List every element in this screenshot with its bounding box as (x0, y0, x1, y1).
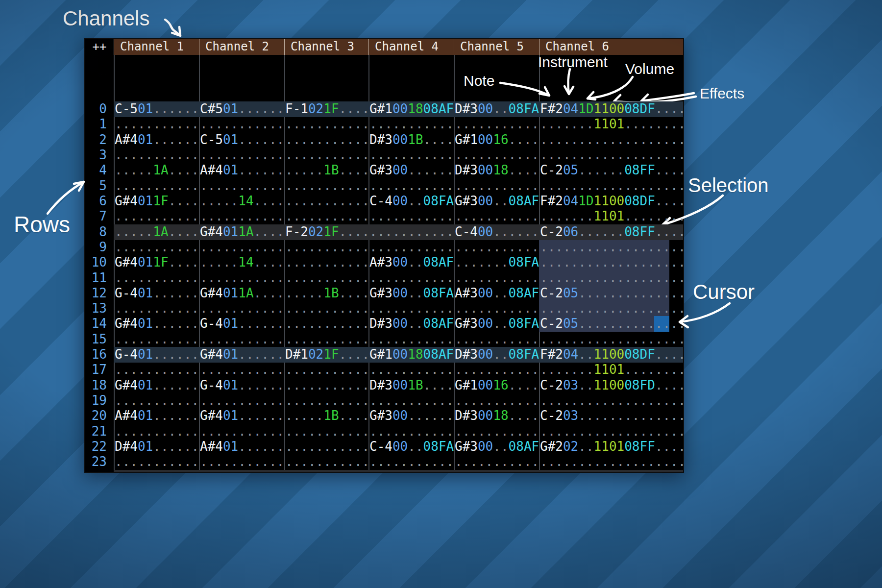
pattern-cell[interactable]: ........... (285, 378, 369, 393)
pattern-cell[interactable]: G#401...... (200, 347, 284, 362)
pattern-cell[interactable]: ................... (540, 132, 684, 147)
pattern-cell[interactable]: G#4011A.... (200, 224, 284, 240)
pattern-cell[interactable]: ........... (455, 117, 539, 132)
pattern-cell[interactable]: ........... (369, 240, 454, 255)
pattern-cell[interactable]: A#401...... (200, 163, 284, 178)
pattern-cell[interactable]: ........... (369, 209, 454, 224)
pattern-cell[interactable]: D#401...... (200, 470, 284, 473)
pattern-cell[interactable]: ................... (540, 255, 684, 270)
pattern-cell[interactable]: ........... (285, 454, 369, 469)
pattern-cell[interactable]: F#204..110008DF.... (540, 347, 684, 362)
pattern-cell[interactable]: ........... (200, 454, 284, 469)
channel-header-1[interactable]: Channel 1 (114, 39, 199, 55)
pattern-cell[interactable]: .....1B.... (285, 163, 369, 178)
pattern-cell[interactable]: D#401...... (115, 439, 199, 454)
pattern-cell[interactable]: ........... (455, 362, 539, 377)
pattern-cell[interactable]: G#1001808AF (369, 347, 454, 362)
pattern-cell[interactable]: ........... (369, 147, 454, 163)
pattern-cell[interactable]: C-205.............. (540, 286, 684, 301)
pattern-cell[interactable]: ........... (369, 454, 454, 469)
pattern-cell[interactable]: ........... (200, 209, 284, 224)
pattern-cell[interactable]: C-205......08FF.... (540, 163, 684, 178)
pattern-cell[interactable]: C-400..08FA (369, 194, 454, 209)
pattern-cell[interactable]: ........... (115, 301, 199, 316)
pattern-cell[interactable]: ................... (540, 240, 684, 255)
pattern-cell[interactable]: C-206......08FF.... (540, 224, 684, 240)
pattern-cell[interactable]: F-1021F.... (285, 101, 369, 117)
pattern-cell[interactable]: G#300...... (369, 163, 454, 178)
pattern-cell[interactable]: ........... (200, 178, 284, 194)
pattern-cell[interactable]: ........... (115, 454, 199, 469)
pattern-cell[interactable]: D#2021F.... (285, 470, 369, 473)
pattern-cell[interactable]: ........... (115, 332, 199, 347)
pattern-cell[interactable]: ........... (285, 147, 369, 163)
pattern-cell[interactable]: G-401...... (115, 286, 199, 301)
pattern-cell[interactable]: D#300..08FA (455, 347, 539, 362)
pattern-cell[interactable]: ........... (200, 424, 284, 439)
pattern-cell[interactable]: ........... (455, 240, 539, 255)
pattern-cell[interactable]: ........... (369, 301, 454, 316)
pattern-cell[interactable]: ........... (285, 332, 369, 347)
pattern-cell[interactable]: .....14.... (200, 194, 284, 209)
pattern-cell[interactable]: ........... (455, 147, 539, 163)
pattern-cell[interactable]: ................... (540, 178, 684, 194)
pattern-cell[interactable]: ........... (285, 209, 369, 224)
pattern-cell[interactable]: ........... (285, 270, 369, 286)
pattern-cell[interactable]: ........... (455, 178, 539, 194)
pattern-cell[interactable]: C-203.............. (540, 408, 684, 423)
pattern-cell[interactable]: G#10016.... (455, 132, 539, 147)
pattern-cell[interactable]: D#300..08FA (455, 101, 539, 117)
pattern-cell[interactable]: D#300..08AF (369, 316, 454, 331)
pattern-cell[interactable]: ........... (115, 240, 199, 255)
pattern-cell[interactable]: ........... (200, 270, 284, 286)
pattern-cell[interactable]: C-302..110008FD.... (540, 470, 684, 473)
pattern-cell[interactable]: .......1101........ (540, 209, 684, 224)
pattern-cell[interactable]: ................... (540, 270, 684, 286)
pattern-cell[interactable]: ........... (285, 132, 369, 147)
pattern-cell[interactable]: ........... (369, 117, 454, 132)
pattern-cell[interactable]: ........... (200, 332, 284, 347)
pattern-cell[interactable]: F#2041D110008DF.... (540, 101, 684, 117)
pattern-cell[interactable]: G#202..110108FF.... (540, 439, 684, 454)
pattern-cell[interactable]: ........... (455, 209, 539, 224)
channel-header-6[interactable]: Channel 6 (539, 39, 684, 55)
pattern-cell[interactable]: ........... (115, 178, 199, 194)
pattern-cell[interactable]: ........... (200, 301, 284, 316)
pattern-cell[interactable]: ........... (200, 117, 284, 132)
pattern-cell[interactable]: ........... (455, 332, 539, 347)
pattern-cell[interactable]: ........... (200, 393, 284, 408)
pattern-cell[interactable]: ........... (455, 454, 539, 469)
pattern-cell[interactable]: F#2041D110008DF.... (540, 194, 684, 209)
pattern-cell[interactable]: A#401...... (200, 439, 284, 454)
pattern-cell[interactable]: ........... (455, 301, 539, 316)
pattern-corner-button[interactable]: ++ (85, 39, 114, 55)
pattern-cell[interactable]: G#401...... (115, 316, 199, 331)
pattern-cell[interactable]: C-400...... (455, 224, 539, 240)
pattern-cell[interactable]: ........... (369, 332, 454, 347)
channel-header-2[interactable]: Channel 2 (199, 39, 284, 55)
pattern-cell[interactable]: .....1B.... (285, 408, 369, 423)
pattern-cell[interactable]: ........... (115, 117, 199, 132)
pattern-cell[interactable]: ........... (455, 424, 539, 439)
pattern-cell[interactable]: ........... (455, 393, 539, 408)
pattern-cell[interactable]: ........... (115, 470, 199, 473)
pattern-cell[interactable]: G#401...... (200, 408, 284, 423)
pattern-cell[interactable]: ........... (285, 117, 369, 132)
pattern-cell[interactable]: ........... (115, 209, 199, 224)
pattern-cell[interactable]: ........... (115, 270, 199, 286)
pattern-cell[interactable]: ........... (369, 362, 454, 377)
pattern-cell[interactable]: ........... (369, 224, 454, 240)
pattern-cell[interactable]: ................... (540, 393, 684, 408)
pattern-cell[interactable]: D#30018.... (455, 408, 539, 423)
pattern-cell[interactable]: ................... (540, 147, 684, 163)
pattern-cell[interactable]: C-400..08FA (369, 439, 454, 454)
pattern-cell[interactable]: ................... (540, 454, 684, 469)
pattern-cell[interactable]: ........... (115, 147, 199, 163)
pattern-cell[interactable]: C-501...... (200, 132, 284, 147)
pattern-cell[interactable]: A#401...... (115, 408, 199, 423)
channel-header-3[interactable]: Channel 3 (284, 39, 368, 55)
pattern-cell[interactable]: .....1B.... (285, 286, 369, 301)
pattern-cell[interactable]: C#501...... (200, 101, 284, 117)
pattern-cell[interactable]: ........... (285, 255, 369, 270)
pattern-cell[interactable]: .....14.... (200, 255, 284, 270)
